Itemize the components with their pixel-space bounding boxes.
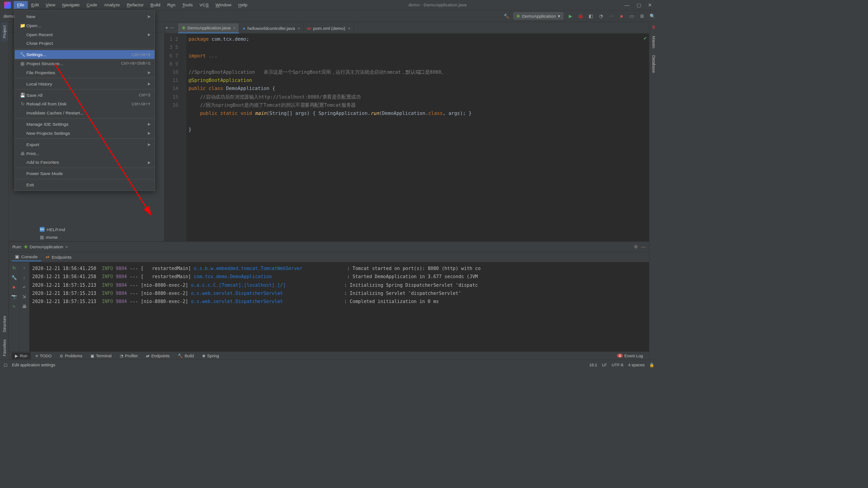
gear-icon[interactable]: ⚙ <box>634 244 638 249</box>
bottom-tab-endpoints[interactable]: ⇄Endpoints <box>143 352 173 359</box>
print-icon[interactable]: 🖶 <box>21 303 28 309</box>
left-tool-stripe: Project Structure Favorites <box>0 22 9 360</box>
status-line-ending[interactable]: LF <box>602 363 607 368</box>
wrap-icon[interactable]: ⤶ <box>21 284 28 290</box>
bottom-tab-build[interactable]: 🔨Build <box>175 352 198 359</box>
minimize-icon[interactable]: — <box>624 2 629 8</box>
file-menu-save-all[interactable]: 💾Save AllCtrl+S <box>15 90 155 99</box>
menu-file[interactable]: File <box>14 1 28 9</box>
stop-icon[interactable]: ■ <box>618 13 625 19</box>
run-config-label: DemoApplication <box>522 14 556 19</box>
deployment-icon[interactable]: ▭ <box>628 13 635 19</box>
wrench-icon[interactable]: 🔧 <box>10 274 17 281</box>
menu-vcs[interactable]: VCS <box>196 1 212 9</box>
event-log[interactable]: 1Event Log <box>614 352 646 359</box>
menu-help[interactable]: Help <box>235 1 250 9</box>
down-icon[interactable]: ↓ <box>21 274 28 281</box>
status-indent[interactable]: 4 spaces <box>628 363 644 368</box>
maximize-icon[interactable]: ▢ <box>637 2 642 8</box>
menu-view[interactable]: View <box>42 1 59 9</box>
menu-refactor[interactable]: Refactor <box>123 1 147 9</box>
left-tab-favorites[interactable]: Favorites <box>1 336 8 360</box>
editor-tab[interactable]: ●helloworldcontroller.java× <box>239 24 304 33</box>
lock-icon[interactable]: 🔒 <box>649 363 654 368</box>
file-menu-open-recent[interactable]: Open Recent▶ <box>15 30 155 39</box>
file-menu-exit[interactable]: Exit <box>15 180 155 190</box>
menu-edit[interactable]: Edit <box>28 1 42 9</box>
file-menu-new[interactable]: New▶ <box>15 12 155 21</box>
run-config-select[interactable]: ❀ DemoApplication ▾ <box>513 12 563 19</box>
right-tab-maven-icon[interactable]: m <box>650 22 657 33</box>
debug-icon[interactable]: 🐞 <box>577 13 584 19</box>
bottom-tab-problems[interactable]: ⊘Problems <box>57 352 86 359</box>
menu-analyze[interactable]: Analyze <box>101 1 123 9</box>
file-menu-close-project[interactable]: Close Project <box>15 39 155 48</box>
file-menu-reload-all-from-disk[interactable]: ↻Reload All from DiskCtrl+Alt+Y <box>15 99 155 109</box>
breadcrumb-project[interactable]: demo <box>4 14 15 19</box>
window-title: demo - DemoApplication.java <box>251 2 624 7</box>
up-icon[interactable]: ↑ <box>21 264 28 271</box>
run-tab-endpoints[interactable]: ⇄ Endpoints <box>42 253 75 261</box>
editor-tab[interactable]: ❀DemoApplication.java× <box>178 24 239 33</box>
profile-icon[interactable]: ◔ <box>598 13 604 19</box>
menu-code[interactable]: Code <box>83 1 101 9</box>
inspection-ok-icon[interactable]: ✔ <box>643 36 647 41</box>
editor-tabbar: ▸— ❀DemoApplication.java×●helloworldcont… <box>165 22 649 34</box>
scroll-icon[interactable]: ⇲ <box>21 293 28 300</box>
file-menu-print[interactable]: 🖶Print... <box>15 149 155 158</box>
hide-icon[interactable]: — <box>641 244 646 249</box>
exit-icon[interactable]: ⤷ <box>10 303 17 309</box>
left-tab-structure[interactable]: Structure <box>1 313 8 336</box>
bottom-tab-terminal[interactable]: ▣Terminal <box>87 352 115 359</box>
spring-icon: ❀ <box>516 14 520 19</box>
camera-icon[interactable]: 📷 <box>10 293 17 300</box>
layout-icon[interactable]: ⊞ <box>639 13 646 19</box>
status-bar: ▢ Edit application settings 16:1 LF UTF-… <box>0 360 658 370</box>
tool-windows-icon[interactable]: ▢ <box>4 363 7 368</box>
code-content[interactable]: package com.tcx.demo; import ... //Sprin… <box>186 33 649 241</box>
file-menu-power-save-mode[interactable]: Power Save Mode <box>15 169 155 178</box>
file-menu-add-to-favorites[interactable]: Add to Favorites▶ <box>15 158 155 167</box>
close-icon[interactable]: ✕ <box>648 2 652 8</box>
stop-icon[interactable]: ■ <box>10 284 17 290</box>
attach-icon[interactable]: ⋯ <box>608 13 615 19</box>
file-menu-settings[interactable]: 🔧Settings...Ctrl+Alt+S <box>15 50 155 59</box>
bottom-tab-profiler[interactable]: ◔Profiler <box>116 352 141 359</box>
tree-file-help[interactable]: MD HELP.md <box>13 226 164 233</box>
project-toggle[interactable]: ▸— <box>166 25 174 30</box>
titlebar: FileEditViewNavigateCodeAnalyzeRefactorB… <box>0 0 658 10</box>
build-icon[interactable]: 🔨 <box>503 13 510 19</box>
code-area[interactable]: 1 2 3 5 6 7 8 9 10 11 14 15 16 package c… <box>165 33 649 241</box>
coverage-icon[interactable]: ◧ <box>587 13 594 19</box>
right-tab-database[interactable]: Database <box>650 52 657 76</box>
run-tab-console[interactable]: ▣ Console <box>12 253 41 261</box>
left-tab-project[interactable]: Project <box>1 22 8 42</box>
run-icon[interactable]: ▶ <box>567 13 574 19</box>
editor-tab[interactable]: mpom.xml (demo)× <box>304 24 354 33</box>
file-menu-manage-ide-settings[interactable]: Manage IDE Settings▶ <box>15 120 155 129</box>
file-menu-open[interactable]: 📁Open... <box>15 21 155 30</box>
console-output[interactable]: 2020-12-21 18:56:41.250 INFO 9804 --- [ … <box>29 262 649 351</box>
bottom-tab-run[interactable]: ▶Run <box>12 352 31 359</box>
close-tab-icon[interactable]: × <box>66 244 68 249</box>
file-menu-file-properties[interactable]: File Properties▶ <box>15 68 155 77</box>
menu-navigate[interactable]: Navigate <box>59 1 83 9</box>
search-icon[interactable]: 🔍 <box>649 13 656 19</box>
file-menu-new-projects-settings[interactable]: New Projects Settings▶ <box>15 128 155 137</box>
menu-build[interactable]: Build <box>147 1 164 9</box>
file-menu-project-structure[interactable]: ▦Project Structure...Ctrl+Alt+Shift+S <box>15 59 155 68</box>
bottom-tab-todo[interactable]: ≡TODO <box>32 352 55 359</box>
file-menu-invalidate-caches-restart[interactable]: Invalidate Caches / Restart... <box>15 109 155 118</box>
right-tab-maven[interactable]: Maven <box>650 33 657 52</box>
file-menu-export[interactable]: Export▶ <box>15 140 155 149</box>
menu-tools[interactable]: Tools <box>179 1 196 9</box>
file-menu-local-history[interactable]: Local History▶ <box>15 79 155 88</box>
rerun-icon[interactable]: ↻ <box>10 264 17 271</box>
bottom-tab-spring[interactable]: ❀Spring <box>198 352 222 359</box>
menu-run[interactable]: Run <box>164 1 179 9</box>
status-pos[interactable]: 16:1 <box>589 363 597 368</box>
status-encoding[interactable]: UTF-8 <box>612 363 623 368</box>
tree-file-mvnw[interactable]: ▦ mvnw <box>13 233 164 241</box>
menu-window[interactable]: Window <box>212 1 235 9</box>
tree-label: HELP.md <box>47 227 65 232</box>
